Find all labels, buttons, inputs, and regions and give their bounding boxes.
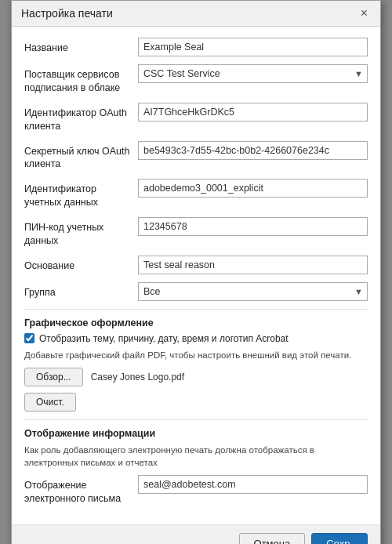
reason-row: Основание (24, 256, 368, 274)
divider-2 (24, 419, 368, 420)
group-select[interactable]: Все (138, 282, 368, 301)
group-label: Группа (24, 282, 138, 299)
reason-input[interactable] (138, 256, 368, 274)
credentials-id-row: Идентификатор учетных данных (24, 179, 368, 209)
save-button[interactable]: Сохр. (311, 533, 368, 544)
pin-row: ПИН-код учетных данных (24, 217, 368, 248)
graphic-section-title: Графическое оформление (24, 317, 368, 328)
provider-row: Поставщик сервисов подписания в облаке C… (24, 64, 368, 95)
pin-label: ПИН-код учетных данных (24, 217, 138, 248)
group-select-wrapper: Все ▼ (138, 282, 368, 301)
reason-field-wrapper (138, 256, 368, 274)
close-button[interactable]: × (358, 7, 371, 20)
display-section-title: Отображение информации (24, 428, 368, 439)
oauth-id-field-wrapper (138, 103, 368, 121)
group-row: Группа Все ▼ (24, 282, 368, 301)
graphic-hint: Добавьте графический файл PDF, чтобы нас… (24, 349, 368, 361)
credentials-id-label: Идентификатор учетных данных (24, 179, 138, 209)
cancel-button[interactable]: Отмена (239, 533, 306, 544)
email-row: Отображение электронного письма (24, 475, 368, 506)
email-label: Отображение электронного письма (24, 475, 138, 506)
oauth-secret-field-wrapper (138, 141, 368, 160)
name-field-wrapper (138, 38, 368, 56)
oauth-secret-row: Секретный ключ OAuth клиента (24, 141, 368, 172)
email-field-wrapper (138, 475, 368, 494)
provider-select-wrapper: CSC Test Service ▼ (138, 64, 368, 83)
oauth-id-input[interactable] (138, 103, 368, 121)
oauth-secret-label: Секретный ключ OAuth клиента (24, 141, 138, 172)
title-bar: Настройка печати × (12, 1, 380, 27)
divider-1 (24, 309, 368, 310)
provider-label: Поставщик сервисов подписания в облаке (24, 64, 138, 95)
file-name-display: Casey Jones Logo.pdf (91, 372, 184, 383)
form-content: Название Поставщик сервисов подписания в… (12, 27, 380, 524)
browse-button[interactable]: Обзор... (24, 368, 83, 386)
show-graphic-label: Отобразить тему, причину, дату, время и … (39, 333, 289, 344)
button-row: Отмена Сохр. (12, 524, 380, 544)
print-settings-dialog: Настройка печати × Название Поставщик се… (11, 0, 381, 544)
display-hint: Как роль добавляющего электронную печать… (24, 444, 368, 469)
oauth-secret-input[interactable] (138, 141, 368, 160)
clear-button[interactable]: Очист. (24, 393, 76, 412)
checkbox-row: Отобразить тему, причину, дату, время и … (24, 333, 368, 344)
email-input[interactable] (138, 475, 368, 494)
oauth-id-label: Идентификатор OAuth клиента (24, 103, 138, 133)
name-input[interactable] (138, 38, 368, 56)
group-field-wrapper: Все ▼ (138, 282, 368, 301)
provider-field-wrapper: CSC Test Service ▼ (138, 64, 368, 83)
file-row: Обзор... Casey Jones Logo.pdf (24, 368, 368, 386)
credentials-id-field-wrapper (138, 179, 368, 198)
dialog-title: Настройка печати (21, 7, 113, 20)
name-row: Название (24, 38, 368, 56)
pin-field-wrapper (138, 217, 368, 236)
show-graphic-checkbox[interactable] (24, 333, 34, 343)
provider-select[interactable]: CSC Test Service (138, 64, 368, 83)
oauth-id-row: Идентификатор OAuth клиента (24, 103, 368, 133)
reason-label: Основание (24, 256, 138, 273)
name-label: Название (24, 38, 138, 55)
credentials-id-input[interactable] (138, 179, 368, 198)
pin-input[interactable] (138, 217, 368, 236)
clear-btn-wrapper: Очист. (24, 391, 368, 412)
